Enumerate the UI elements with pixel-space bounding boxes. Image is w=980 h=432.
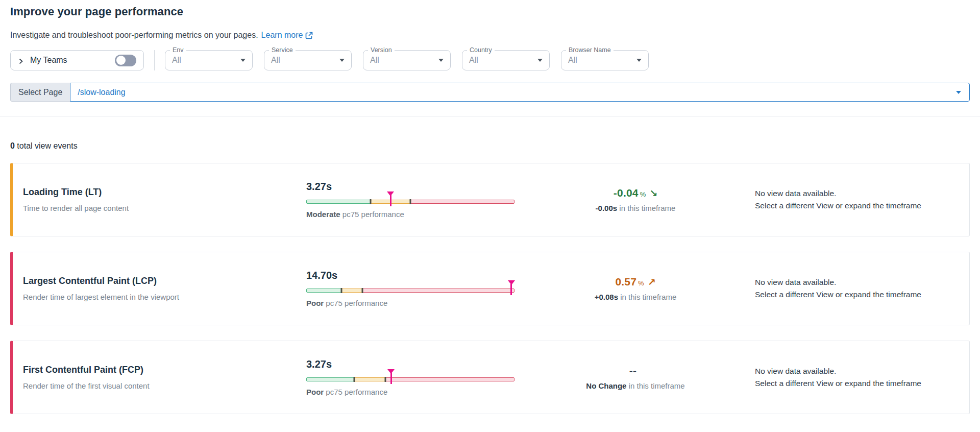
- performance-rating: Poor pc75 performance: [306, 299, 536, 307]
- delta-absolute-value: -0.00s: [596, 204, 618, 212]
- facet-select-label: Country: [467, 46, 495, 54]
- metric-delta-block: 0.57%↗ +0.08s in this timeframe: [536, 276, 735, 301]
- gauge-threshold-tick: [341, 288, 342, 293]
- select-page-field[interactable]: /slow-loading: [70, 83, 970, 102]
- facet-select[interactable]: Version All: [363, 50, 451, 70]
- gauge-moderate-segment: [354, 377, 385, 381]
- chevron-down-icon: [636, 59, 642, 62]
- facet-select-label: Env: [170, 46, 186, 54]
- metric-value: 3.27s: [306, 358, 536, 370]
- delta-unit: %: [640, 190, 646, 198]
- delta-value: --: [629, 365, 636, 376]
- event-count: 0: [10, 141, 15, 150]
- facet-select-value: All: [469, 56, 478, 65]
- no-data-line-2: Select a different View or expand the ti…: [755, 377, 957, 390]
- select-page-control[interactable]: Select Page /slow-loading: [10, 83, 970, 102]
- performance-rating: Moderate pc75 performance: [306, 210, 536, 219]
- metric-header: Loading Time (LT) Time to render all pag…: [13, 187, 306, 212]
- metric-cards: Loading Time (LT) Time to render all pag…: [10, 163, 970, 414]
- delta-absolute: +0.08s in this timeframe: [536, 293, 735, 301]
- gauge-good-segment: [306, 377, 354, 381]
- trend-arrow-icon: ↘: [649, 188, 657, 199]
- gauge-poor-segment: [385, 377, 514, 381]
- event-count-suffix: total view events: [15, 141, 78, 150]
- rating-word: Poor: [306, 388, 324, 396]
- metric-description: Render time of largest element in the vi…: [23, 293, 306, 301]
- performance-gauge: [306, 200, 514, 204]
- gauge-marker-pin: [387, 191, 394, 206]
- page-root: Improve your page performance Investigat…: [0, 0, 980, 414]
- metric-title: Loading Time (LT): [23, 187, 306, 198]
- facet-selects: Env All Service All Version All Country …: [165, 50, 649, 70]
- metric-description: Time to render all page content: [23, 204, 306, 212]
- metric-value: 3.27s: [306, 181, 536, 193]
- chevron-down-icon: [956, 91, 961, 94]
- delta-value: -0.04: [614, 187, 639, 199]
- gauge-moderate-segment: [341, 289, 362, 293]
- pin-stem: [390, 373, 392, 384]
- learn-more-link[interactable]: Learn more: [261, 31, 313, 40]
- page-subtitle: Investigate and troubleshoot poor-perfor…: [10, 31, 970, 40]
- my-teams-toggle[interactable]: [115, 55, 136, 66]
- rating-suffix: pc75 performance: [342, 210, 404, 219]
- delta-absolute-suffix: in this timeframe: [619, 204, 675, 212]
- no-data-line-1: No view data available.: [755, 365, 957, 377]
- facet-select-value: All: [568, 56, 577, 65]
- subtitle-text: Investigate and troubleshoot poor-perfor…: [10, 31, 258, 40]
- external-link-icon: [305, 32, 313, 39]
- total-view-events: 0 total view events: [10, 141, 970, 151]
- gauge-good-segment: [306, 289, 341, 293]
- gauge-marker-pin: [387, 369, 395, 384]
- delta-percent: 0.57%↗: [536, 276, 735, 288]
- facet-select-label: Service: [269, 46, 296, 54]
- facet-select[interactable]: Country All: [462, 50, 550, 70]
- pin-stem: [390, 195, 391, 206]
- trend-arrow-icon: ↗: [648, 277, 656, 287]
- metric-description: Render time of the first visual content: [23, 381, 306, 390]
- metric-value: 14.70s: [306, 270, 536, 281]
- facet-select-label: Version: [368, 46, 395, 54]
- gauge-threshold-tick: [370, 199, 372, 204]
- no-data-message: No view data available. Select a differe…: [735, 365, 957, 390]
- delta-absolute-suffix: in this timeframe: [629, 381, 685, 390]
- metric-title: First Contentful Paint (FCP): [23, 365, 306, 375]
- metric-header: Largest Contentful Paint (LCP) Render ti…: [13, 276, 306, 301]
- toggle-knob: [116, 56, 126, 65]
- chevron-down-icon: [240, 59, 246, 62]
- learn-more-label: Learn more: [261, 31, 303, 40]
- gauge-threshold-tick: [353, 377, 355, 382]
- filter-divider: [154, 50, 155, 70]
- rating-suffix: pc75 performance: [326, 299, 387, 307]
- delta-absolute: -0.00s in this timeframe: [536, 204, 735, 212]
- delta-absolute: No Change in this timeframe: [536, 381, 735, 390]
- chevron-down-icon: [339, 59, 345, 62]
- performance-gauge: [306, 289, 514, 293]
- no-data-line-1: No view data available.: [755, 187, 957, 200]
- metric-card: Largest Contentful Paint (LCP) Render ti…: [10, 252, 970, 325]
- facet-select[interactable]: Service All: [264, 50, 352, 70]
- pin-stem: [510, 284, 512, 295]
- facet-select[interactable]: Browser Name All: [561, 50, 649, 70]
- gauge-poor-segment: [362, 289, 514, 293]
- no-data-line-2: Select a different View or expand the ti…: [755, 289, 957, 301]
- metric-title: Largest Contentful Paint (LCP): [23, 276, 306, 286]
- select-page-value: /slow-loading: [78, 88, 125, 97]
- rating-word: Moderate: [306, 210, 340, 219]
- facet-select-label: Browser Name: [566, 46, 614, 54]
- filter-bar: My Teams Env All Service All Version All…: [10, 50, 970, 70]
- gauge-threshold-tick: [385, 377, 386, 382]
- gauge-marker-pin: [508, 280, 515, 295]
- metric-card: Loading Time (LT) Time to render all pag…: [10, 163, 970, 236]
- metric-gauge-block: 3.27s Moderate pc75 performance: [306, 181, 536, 219]
- delta-absolute-suffix: in this timeframe: [620, 293, 676, 301]
- chevron-down-icon: [537, 59, 543, 62]
- no-data-line-1: No view data available.: [755, 276, 957, 289]
- my-teams-filter[interactable]: My Teams: [10, 50, 144, 70]
- metric-gauge-block: 14.70s Poor pc75 performance: [306, 270, 536, 307]
- delta-unit: %: [638, 279, 644, 287]
- no-data-message: No view data available. Select a differe…: [735, 187, 957, 212]
- facet-select[interactable]: Env All: [165, 50, 253, 70]
- metric-delta-block: -0.04%↘ -0.00s in this timeframe: [536, 187, 735, 212]
- gauge-threshold-tick: [362, 288, 363, 293]
- metric-header: First Contentful Paint (FCP) Render time…: [13, 365, 306, 390]
